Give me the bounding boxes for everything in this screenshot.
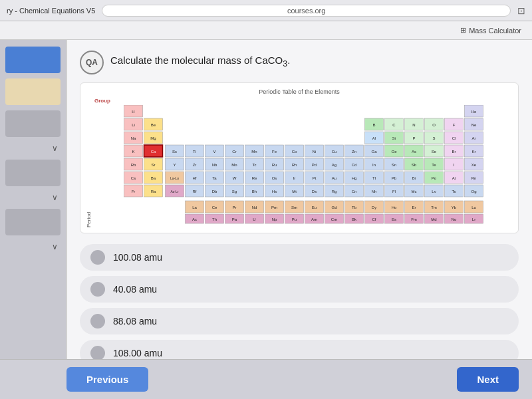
svg-text:Hs: Hs	[272, 190, 277, 194]
svg-text:Cs: Cs	[131, 176, 136, 180]
svg-text:Sc: Sc	[172, 150, 177, 154]
svg-text:W: W	[233, 176, 237, 180]
svg-text:Np: Np	[272, 217, 277, 221]
url-bar[interactable]: courses.org	[102, 5, 511, 17]
mass-calculator-button[interactable]: ⊞ Mass Calculator	[460, 26, 521, 35]
left-sidebar: ∨ ∨ ∨	[0, 40, 66, 399]
svg-text:Nh: Nh	[372, 190, 377, 194]
mass-calculator-label: Mass Calculator	[469, 27, 521, 35]
svg-text:Am: Am	[311, 217, 317, 221]
svg-text:Yb: Yb	[452, 205, 457, 209]
svg-text:Al: Al	[372, 136, 376, 140]
browser-icon: ⊡	[517, 5, 525, 16]
svg-text:Tm: Tm	[431, 205, 437, 209]
svg-text:Cu: Cu	[332, 150, 337, 154]
svg-text:Cm: Cm	[331, 217, 337, 221]
svg-text:Db: Db	[212, 190, 217, 194]
periodic-table-container: Periodic Table of the Elements Period Gr…	[80, 82, 519, 233]
svg-text:Nb: Nb	[212, 163, 217, 167]
second-bar: ⊞ Mass Calculator	[0, 21, 532, 40]
svg-text:Ne: Ne	[471, 123, 477, 127]
svg-text:Nd: Nd	[252, 205, 257, 209]
svg-text:La-Lu: La-Lu	[170, 176, 179, 180]
chevron-down-icon: ∨	[52, 144, 58, 153]
svg-text:Sg: Sg	[232, 190, 237, 194]
svg-text:Ba: Ba	[151, 176, 156, 180]
svg-text:Fm: Fm	[411, 217, 417, 221]
sidebar-item-4[interactable]	[5, 160, 61, 186]
svg-text:Sb: Sb	[412, 163, 417, 167]
answer-choice-a[interactable]: 100.08 amu	[80, 244, 519, 271]
svg-text:Fl: Fl	[392, 190, 396, 194]
svg-text:P: P	[412, 136, 415, 140]
svg-text:Mo: Mo	[231, 163, 237, 167]
radio-d[interactable]	[90, 346, 105, 360]
svg-text:Cd: Cd	[352, 163, 357, 167]
svg-text:Pm: Pm	[271, 205, 277, 209]
svg-text:Rn: Rn	[471, 176, 477, 180]
previous-button[interactable]: Previous	[66, 367, 148, 392]
sidebar-item-2[interactable]	[5, 78, 61, 105]
svg-text:Li: Li	[132, 123, 135, 127]
svg-text:Ts: Ts	[452, 190, 456, 194]
svg-text:Lu: Lu	[471, 205, 476, 209]
sidebar-item-5[interactable]	[5, 209, 61, 235]
choice-text-d: 108.00 amu	[113, 348, 162, 358]
answer-choice-c[interactable]: 88.08 amu	[80, 308, 519, 334]
svg-text:Lv: Lv	[432, 190, 436, 194]
svg-text:Re: Re	[252, 176, 257, 180]
question-text: Calculate the molecular mass of CaCO3.	[110, 51, 290, 68]
svg-text:Ir: Ir	[293, 176, 296, 180]
bottom-navigation: Previous Next	[0, 359, 532, 399]
svg-text:Y: Y	[173, 163, 176, 167]
svg-text:Ti: Ti	[193, 150, 196, 154]
question-main-text: Calculate the molecular mass of CaCO	[110, 55, 283, 66]
svg-text:Sn: Sn	[392, 163, 396, 167]
sidebar-item-1[interactable]	[5, 47, 61, 73]
svg-text:Xe: Xe	[471, 163, 477, 167]
sidebar-item-3[interactable]	[5, 110, 61, 137]
svg-text:Hg: Hg	[352, 176, 357, 180]
main-layout: ∨ ∨ ∨ QA Calculate the molecular mass of…	[0, 40, 532, 399]
radio-b[interactable]	[90, 282, 105, 297]
svg-text:Os: Os	[272, 176, 277, 180]
calc-icon: ⊞	[460, 26, 466, 35]
svg-text:Tc: Tc	[253, 163, 257, 167]
svg-text:C: C	[392, 123, 396, 127]
svg-text:Cr: Cr	[232, 150, 236, 154]
svg-text:As: As	[412, 150, 416, 154]
svg-text:Ru: Ru	[272, 163, 277, 167]
svg-text:Og: Og	[471, 190, 476, 194]
svg-text:K: K	[132, 150, 134, 154]
svg-text:Ge: Ge	[391, 150, 397, 154]
group-label: Group	[94, 98, 513, 104]
periodic-table-svg: H He Li Be B C N	[94, 105, 513, 225]
svg-text:Zr: Zr	[193, 163, 197, 167]
svg-text:F: F	[453, 123, 456, 127]
next-button[interactable]: Next	[457, 367, 519, 392]
svg-text:Mg: Mg	[150, 136, 156, 140]
svg-text:U: U	[253, 217, 255, 221]
svg-text:Ag: Ag	[332, 163, 336, 167]
svg-text:Hf: Hf	[193, 176, 197, 180]
svg-text:Md: Md	[431, 217, 436, 221]
svg-text:Be: Be	[151, 123, 156, 127]
svg-text:Sm: Sm	[291, 205, 297, 209]
svg-text:Rh: Rh	[292, 163, 297, 167]
svg-text:Gd: Gd	[331, 205, 336, 209]
svg-text:Tb: Tb	[352, 205, 357, 209]
svg-text:Ni: Ni	[313, 150, 317, 154]
svg-text:Es: Es	[392, 217, 396, 221]
svg-text:Lr: Lr	[472, 217, 475, 221]
svg-text:Te: Te	[432, 163, 436, 167]
svg-text:Eu: Eu	[312, 205, 317, 209]
svg-text:He: He	[471, 110, 477, 114]
svg-text:Dy: Dy	[372, 205, 376, 209]
svg-text:Sr: Sr	[152, 163, 156, 167]
radio-a[interactable]	[90, 250, 105, 265]
svg-text:In: In	[372, 163, 376, 167]
radio-c[interactable]	[90, 314, 105, 329]
svg-text:Na: Na	[131, 136, 136, 140]
answer-choice-b[interactable]: 40.08 amu	[80, 276, 519, 303]
svg-text:Fr: Fr	[132, 190, 136, 194]
